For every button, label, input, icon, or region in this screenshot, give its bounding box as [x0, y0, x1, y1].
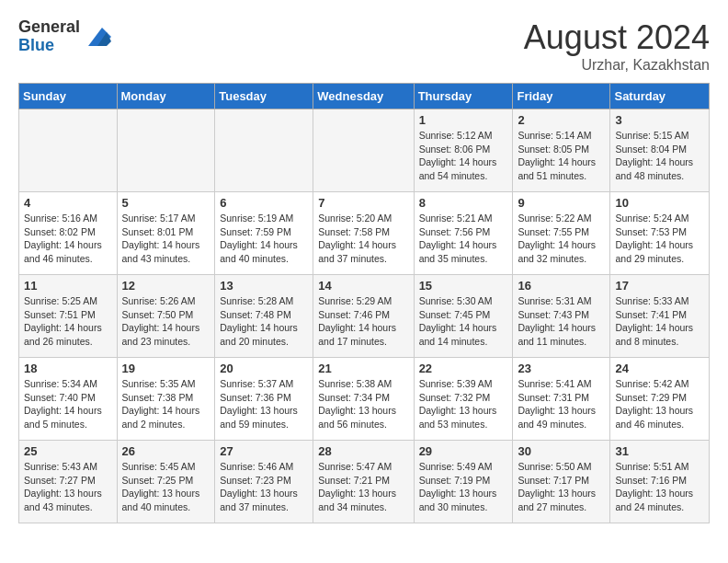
day-number: 22	[419, 362, 508, 375]
day-detail: Sunrise: 5:21 AM Sunset: 7:56 PM Dayligh…	[419, 212, 508, 266]
day-number: 11	[24, 279, 112, 293]
calendar-table: SundayMondayTuesdayWednesdayThursdayFrid…	[18, 83, 710, 523]
page-header: General Blue August 2024 Urzhar, Kazakhs…	[18, 18, 710, 74]
calendar-day-15: 15Sunrise: 5:30 AM Sunset: 7:45 PM Dayli…	[414, 275, 513, 358]
day-number: 20	[220, 362, 308, 375]
calendar-day-24: 24Sunrise: 5:42 AM Sunset: 7:29 PM Dayli…	[610, 358, 710, 441]
day-detail: Sunrise: 5:37 AM Sunset: 7:36 PM Dayligh…	[220, 377, 308, 431]
day-detail: Sunrise: 5:35 AM Sunset: 7:38 PM Dayligh…	[122, 377, 210, 431]
day-number: 21	[318, 362, 408, 375]
header-monday: Monday	[117, 84, 215, 109]
day-detail: Sunrise: 5:39 AM Sunset: 7:32 PM Dayligh…	[419, 377, 508, 431]
day-detail: Sunrise: 5:25 AM Sunset: 7:51 PM Dayligh…	[24, 294, 112, 349]
calendar-day-10: 10Sunrise: 5:24 AM Sunset: 7:53 PM Dayli…	[610, 192, 710, 275]
calendar-day-23: 23Sunrise: 5:41 AM Sunset: 7:31 PM Dayli…	[513, 358, 610, 441]
header-sunday: Sunday	[19, 84, 118, 109]
calendar-day-20: 20Sunrise: 5:37 AM Sunset: 7:36 PM Dayli…	[215, 358, 313, 441]
day-number: 16	[518, 279, 605, 293]
calendar-day-22: 22Sunrise: 5:39 AM Sunset: 7:32 PM Dayli…	[414, 358, 513, 441]
calendar-day-17: 17Sunrise: 5:33 AM Sunset: 7:41 PM Dayli…	[610, 275, 710, 358]
calendar-empty-cell	[117, 109, 215, 192]
day-detail: Sunrise: 5:16 AM Sunset: 8:02 PM Dayligh…	[24, 212, 112, 266]
logo-icon	[84, 23, 111, 51]
logo-text: General Blue	[18, 18, 80, 55]
day-detail: Sunrise: 5:19 AM Sunset: 7:59 PM Dayligh…	[220, 212, 308, 266]
calendar-day-25: 25Sunrise: 5:43 AM Sunset: 7:27 PM Dayli…	[19, 441, 118, 523]
calendar-day-26: 26Sunrise: 5:45 AM Sunset: 7:25 PM Dayli…	[117, 441, 215, 523]
day-number: 9	[518, 196, 605, 210]
day-detail: Sunrise: 5:12 AM Sunset: 8:06 PM Dayligh…	[419, 129, 508, 183]
day-detail: Sunrise: 5:30 AM Sunset: 7:45 PM Dayligh…	[419, 294, 508, 349]
day-detail: Sunrise: 5:20 AM Sunset: 7:58 PM Dayligh…	[318, 212, 408, 266]
header-wednesday: Wednesday	[313, 84, 414, 109]
day-number: 28	[318, 444, 408, 458]
calendar-day-21: 21Sunrise: 5:38 AM Sunset: 7:34 PM Dayli…	[313, 358, 414, 441]
day-detail: Sunrise: 5:29 AM Sunset: 7:46 PM Dayligh…	[318, 294, 408, 349]
day-number: 29	[419, 444, 508, 458]
day-detail: Sunrise: 5:22 AM Sunset: 7:55 PM Dayligh…	[518, 212, 605, 266]
day-number: 4	[24, 196, 112, 210]
calendar-week-row: 25Sunrise: 5:43 AM Sunset: 7:27 PM Dayli…	[19, 441, 710, 523]
header-thursday: Thursday	[414, 84, 513, 109]
day-number: 26	[122, 444, 210, 458]
day-number: 10	[615, 196, 704, 210]
calendar-day-2: 2Sunrise: 5:14 AM Sunset: 8:05 PM Daylig…	[513, 109, 610, 192]
day-number: 17	[615, 279, 704, 293]
day-detail: Sunrise: 5:42 AM Sunset: 7:29 PM Dayligh…	[615, 377, 704, 431]
day-number: 2	[518, 113, 605, 127]
calendar-day-30: 30Sunrise: 5:50 AM Sunset: 7:17 PM Dayli…	[513, 441, 610, 523]
day-number: 6	[220, 196, 308, 210]
day-detail: Sunrise: 5:15 AM Sunset: 8:04 PM Dayligh…	[615, 129, 704, 183]
calendar-day-31: 31Sunrise: 5:51 AM Sunset: 7:16 PM Dayli…	[610, 441, 710, 523]
day-number: 23	[518, 362, 605, 375]
calendar-day-19: 19Sunrise: 5:35 AM Sunset: 7:38 PM Dayli…	[117, 358, 215, 441]
day-detail: Sunrise: 5:49 AM Sunset: 7:19 PM Dayligh…	[419, 460, 508, 514]
day-number: 7	[318, 196, 408, 210]
month-year-title: August 2024	[524, 18, 710, 57]
logo: General Blue	[18, 18, 111, 55]
calendar-day-12: 12Sunrise: 5:26 AM Sunset: 7:50 PM Dayli…	[117, 275, 215, 358]
day-number: 31	[615, 444, 704, 458]
day-detail: Sunrise: 5:38 AM Sunset: 7:34 PM Dayligh…	[318, 377, 408, 431]
day-detail: Sunrise: 5:43 AM Sunset: 7:27 PM Dayligh…	[24, 460, 112, 514]
calendar-day-4: 4Sunrise: 5:16 AM Sunset: 8:02 PM Daylig…	[19, 192, 118, 275]
calendar-day-11: 11Sunrise: 5:25 AM Sunset: 7:51 PM Dayli…	[19, 275, 118, 358]
calendar-day-16: 16Sunrise: 5:31 AM Sunset: 7:43 PM Dayli…	[513, 275, 610, 358]
day-detail: Sunrise: 5:17 AM Sunset: 8:01 PM Dayligh…	[122, 212, 210, 266]
day-detail: Sunrise: 5:14 AM Sunset: 8:05 PM Dayligh…	[518, 129, 605, 183]
header-saturday: Saturday	[610, 84, 710, 109]
calendar-empty-cell	[313, 109, 414, 192]
day-number: 12	[122, 279, 210, 293]
calendar-day-29: 29Sunrise: 5:49 AM Sunset: 7:19 PM Dayli…	[414, 441, 513, 523]
day-detail: Sunrise: 5:50 AM Sunset: 7:17 PM Dayligh…	[518, 460, 605, 514]
calendar-day-27: 27Sunrise: 5:46 AM Sunset: 7:23 PM Dayli…	[215, 441, 313, 523]
day-detail: Sunrise: 5:24 AM Sunset: 7:53 PM Dayligh…	[615, 212, 704, 266]
calendar-day-13: 13Sunrise: 5:28 AM Sunset: 7:48 PM Dayli…	[215, 275, 313, 358]
header-friday: Friday	[513, 84, 610, 109]
day-detail: Sunrise: 5:47 AM Sunset: 7:21 PM Dayligh…	[318, 460, 408, 514]
header-tuesday: Tuesday	[215, 84, 313, 109]
day-detail: Sunrise: 5:45 AM Sunset: 7:25 PM Dayligh…	[122, 460, 210, 514]
calendar-day-8: 8Sunrise: 5:21 AM Sunset: 7:56 PM Daylig…	[414, 192, 513, 275]
day-number: 24	[615, 362, 704, 375]
day-number: 15	[419, 279, 508, 293]
day-detail: Sunrise: 5:34 AM Sunset: 7:40 PM Dayligh…	[24, 377, 112, 431]
day-detail: Sunrise: 5:41 AM Sunset: 7:31 PM Dayligh…	[518, 377, 605, 431]
calendar-day-5: 5Sunrise: 5:17 AM Sunset: 8:01 PM Daylig…	[117, 192, 215, 275]
calendar-week-row: 4Sunrise: 5:16 AM Sunset: 8:02 PM Daylig…	[19, 192, 710, 275]
logo-general: General	[18, 18, 80, 37]
day-detail: Sunrise: 5:33 AM Sunset: 7:41 PM Dayligh…	[615, 294, 704, 349]
day-detail: Sunrise: 5:26 AM Sunset: 7:50 PM Dayligh…	[122, 294, 210, 349]
day-number: 19	[122, 362, 210, 375]
day-detail: Sunrise: 5:28 AM Sunset: 7:48 PM Dayligh…	[220, 294, 308, 349]
day-number: 3	[615, 113, 704, 127]
logo-blue: Blue	[18, 37, 80, 55]
day-number: 13	[220, 279, 308, 293]
day-number: 27	[220, 444, 308, 458]
calendar-day-28: 28Sunrise: 5:47 AM Sunset: 7:21 PM Dayli…	[313, 441, 414, 523]
day-number: 25	[24, 444, 112, 458]
location-subtitle: Urzhar, Kazakhstan	[524, 57, 710, 74]
day-number: 14	[318, 279, 408, 293]
calendar-day-1: 1Sunrise: 5:12 AM Sunset: 8:06 PM Daylig…	[414, 109, 513, 192]
calendar-empty-cell	[19, 109, 118, 192]
